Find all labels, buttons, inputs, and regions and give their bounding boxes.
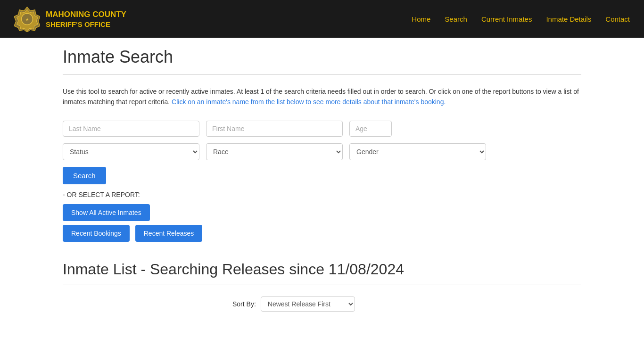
recent-bookings-button[interactable]: Recent Bookings	[63, 225, 130, 242]
inmate-list-title: Inmate List - Searching Releases since 1…	[63, 261, 581, 278]
nav-link-home[interactable]: Home	[412, 15, 430, 23]
show-all-active-button[interactable]: Show All Active Inmates	[63, 204, 150, 221]
brand-text: MAHONING COUNTY SHERIFF'S OFFICE	[46, 9, 126, 28]
brand-title: MAHONING COUNTY	[46, 9, 126, 20]
form-row-search: Search	[63, 167, 581, 184]
sheriff-badge-icon: ★	[14, 6, 40, 32]
brand-link[interactable]: ★ MAHONING COUNTY SHERIFF'S OFFICE	[14, 6, 126, 32]
nav-link-contact[interactable]: Contact	[605, 15, 630, 23]
report-label: - OR SELECT A REPORT:	[63, 191, 581, 198]
last-name-input[interactable]	[63, 121, 199, 137]
age-input[interactable]	[349, 121, 392, 137]
brand-subtitle: SHERIFF'S OFFICE	[46, 20, 126, 28]
sort-row: Sort By: Newest Release First Oldest Rel…	[63, 296, 581, 312]
svg-text:★: ★	[25, 17, 29, 22]
navbar: ★ MAHONING COUNTY SHERIFF'S OFFICE Home …	[0, 0, 644, 38]
search-button[interactable]: Search	[63, 167, 106, 184]
nav-item-inmate-details[interactable]: Inmate Details	[546, 15, 591, 23]
list-divider	[63, 285, 581, 285]
main-content: Inmate Search Use this tool to search fo…	[44, 38, 600, 330]
sort-by-label: Sort By:	[232, 300, 256, 308]
nav-item-current-inmates[interactable]: Current Inmates	[481, 15, 532, 23]
inmate-list-section: Inmate List - Searching Releases since 1…	[63, 261, 581, 312]
nav-item-contact[interactable]: Contact	[605, 15, 630, 23]
nav-link-search[interactable]: Search	[445, 15, 467, 23]
search-form: Status Active Released Race White Black …	[63, 121, 581, 242]
sort-select[interactable]: Newest Release First Oldest Release Firs…	[261, 296, 355, 312]
nav-item-home[interactable]: Home	[412, 15, 430, 23]
nav-item-search[interactable]: Search	[445, 15, 467, 23]
page-title: Inmate Search	[63, 47, 581, 67]
title-divider	[63, 74, 581, 75]
race-select[interactable]: Race White Black Hispanic Asian Other	[206, 143, 343, 160]
status-select[interactable]: Status Active Released	[63, 143, 199, 160]
nav-links: Home Search Current Inmates Inmate Detai…	[412, 15, 630, 23]
nav-link-current-inmates[interactable]: Current Inmates	[481, 15, 532, 23]
form-row-names	[63, 121, 581, 137]
description-text: Use this tool to search for active or re…	[63, 86, 581, 107]
report-buttons-row2: Recent Bookings Recent Releases	[63, 225, 581, 242]
nav-link-inmate-details[interactable]: Inmate Details	[546, 15, 591, 23]
first-name-input[interactable]	[206, 121, 343, 137]
gender-select[interactable]: Gender Male Female	[349, 143, 486, 160]
form-row-dropdowns: Status Active Released Race White Black …	[63, 143, 581, 160]
recent-releases-button[interactable]: Recent Releases	[135, 225, 203, 242]
report-buttons-row1: Show All Active Inmates	[63, 204, 581, 221]
description-part2: Click on an inmate's name from the list …	[172, 98, 446, 106]
